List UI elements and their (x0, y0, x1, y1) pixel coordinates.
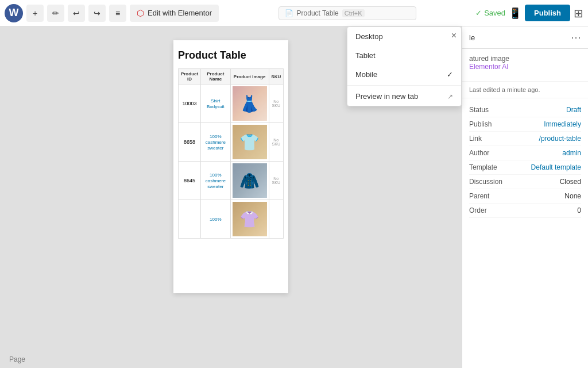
saved-label: Saved (484, 9, 505, 17)
product-id: 10003 (179, 85, 201, 123)
search-text: Product Table (297, 9, 339, 17)
dropdown-divider (347, 85, 461, 86)
link-value[interactable]: /product-table (539, 135, 581, 143)
page-title: Product Table (178, 49, 284, 62)
person-icon: 👗 (233, 86, 267, 121)
product-sku: No SKU (269, 85, 283, 123)
external-link-icon: ↗ (447, 93, 453, 101)
search-bar[interactable]: 📄 Product Table Ctrl+K (278, 6, 416, 20)
product-id: 8645 (179, 162, 201, 200)
setting-status: Status Draft (469, 103, 581, 117)
toolbar: W + ✏ ↩ ↪ ≡ ⬡ Edit with Elementor 📄 Prod… (0, 0, 588, 26)
table-row: 8658 100% cashmere sweater 👕 No SKU (179, 123, 284, 162)
preview-label: Preview in new tab (355, 92, 418, 101)
product-link[interactable]: 100% cashmere sweater (206, 134, 226, 151)
elementor-ai-link[interactable]: Elementor AI (469, 63, 509, 71)
product-name: 100% cashmere sweater (201, 162, 231, 200)
page-icon: 📄 (285, 9, 293, 17)
product-image: 👗 (233, 86, 267, 121)
undo-button[interactable]: ↩ (68, 5, 85, 22)
order-value: 0 (577, 206, 581, 214)
author-value[interactable]: admin (562, 149, 581, 157)
publish-value[interactable]: Immediately (544, 120, 581, 128)
product-sku: No SKU (269, 123, 283, 162)
order-label: Order (469, 206, 487, 214)
add-button[interactable]: + (26, 5, 44, 22)
product-name: 100% (201, 200, 231, 239)
person-icon: 🧥 (233, 163, 267, 198)
elementor-icon: ⬡ (137, 8, 144, 18)
table-row: 10003 Shirt Bodysuit 👗 No SKU (179, 85, 284, 123)
main-area: Product Table Product ID Product Name Pr… (0, 26, 588, 368)
table-row: 8645 100% cashmere sweater 🧥 No SKU (179, 162, 284, 200)
elementor-ai-row: Elementor AI (469, 63, 581, 71)
undo-icon: ↩ (73, 9, 80, 18)
product-name: Shirt Bodysuit (201, 85, 231, 123)
product-image-cell: 👗 (230, 85, 269, 123)
parent-value: None (564, 192, 581, 200)
product-id (179, 200, 201, 239)
product-name: 100% cashmere sweater (201, 123, 231, 162)
status-value[interactable]: Draft (566, 106, 581, 114)
mobile-label: Mobile (355, 70, 377, 79)
edit-icon: ✏ (52, 9, 59, 18)
featured-image-label: atured image (469, 55, 509, 63)
history-icon: ≡ (115, 9, 120, 18)
redo-button[interactable]: ↪ (88, 5, 106, 22)
setting-parent: Parent None (469, 189, 581, 204)
link-label: Link (469, 135, 482, 143)
template-label: Template (469, 163, 497, 171)
table-row: 100% 👚 (179, 200, 284, 239)
dropdown-desktop[interactable]: Desktop (347, 27, 461, 46)
mobile-checkmark: ✓ (447, 70, 453, 79)
page-label: Page (9, 355, 25, 363)
product-image: 👕 (233, 125, 267, 159)
search-shortcut: Ctrl+K (342, 9, 365, 17)
responsive-icon[interactable]: 📱 (509, 7, 521, 20)
panel-featured-section: atured image Elementor AI (462, 49, 588, 82)
discussion-label: Discussion (469, 178, 502, 186)
wp-logo[interactable]: W (5, 4, 23, 22)
dropdown-mobile[interactable]: Mobile ✓ (347, 65, 461, 84)
toolbar-center: 📄 Product Table Ctrl+K (222, 6, 472, 20)
product-link[interactable]: 100% cashmere sweater (206, 172, 226, 189)
product-link[interactable]: Shirt Bodysuit (207, 98, 225, 109)
panel-title: le (469, 33, 475, 42)
product-table: Product ID Product Name Product Image SK… (178, 68, 284, 239)
publish-button[interactable]: Publish (525, 5, 570, 21)
page-settings: Status Draft Publish Immediately Link /p… (462, 98, 588, 223)
product-image: 🧥 (233, 163, 267, 198)
edit-elementor-button[interactable]: ⬡ Edit with Elementor (130, 5, 219, 22)
setting-link: Link /product-table (469, 132, 581, 146)
panel-header: le ⋯ (462, 26, 588, 49)
dropdown-preview[interactable]: Preview in new tab ↗ (347, 87, 461, 106)
dropdown-tablet[interactable]: Tablet (347, 46, 461, 65)
product-image-cell: 🧥 (230, 162, 269, 200)
saved-badge: ✓ Saved (475, 9, 505, 17)
template-value[interactable]: Default template (531, 163, 581, 171)
person-icon: 👕 (233, 125, 267, 159)
setting-order: Order 0 (469, 204, 581, 218)
product-sku (269, 200, 283, 239)
col-header-id: Product ID (179, 69, 201, 85)
edit-button[interactable]: ✏ (47, 5, 64, 22)
dropdown-close-button[interactable]: × (451, 30, 457, 41)
featured-image-row: atured image (469, 55, 581, 63)
setting-author: Author admin (469, 146, 581, 160)
col-header-image: Product Image (230, 69, 269, 85)
person-icon: 👚 (233, 202, 267, 236)
add-icon: + (33, 9, 37, 18)
page-preview: Product Table Product ID Product Name Pr… (173, 40, 288, 293)
discussion-value: Closed (560, 178, 581, 186)
desktop-label: Desktop (355, 32, 383, 41)
product-link[interactable]: 100% (210, 217, 221, 222)
history-button[interactable]: ≡ (109, 5, 126, 22)
setting-template: Template Default template (469, 160, 581, 175)
panel-menu-icon[interactable]: ⋯ (571, 31, 581, 44)
product-sku: No SKU (269, 162, 283, 200)
checkmark-icon: ✓ (475, 9, 482, 17)
setting-publish: Publish Immediately (469, 117, 581, 132)
settings-icon[interactable]: ⊞ (574, 6, 583, 20)
publish-label: Publish (534, 9, 561, 17)
parent-label: Parent (469, 192, 489, 200)
